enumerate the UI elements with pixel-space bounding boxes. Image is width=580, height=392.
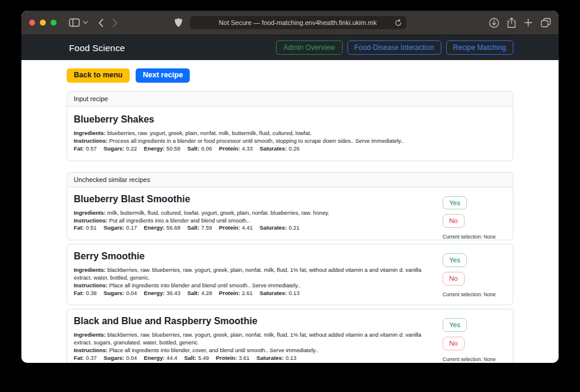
new-tab-icon[interactable] (524, 18, 532, 27)
food-disease-interaction-button[interactable]: Food-Disease Interaction (347, 40, 441, 55)
address-bar[interactable]: Not Secure — food-matching.env4health.fi… (190, 16, 406, 29)
recipe-nutrition: Fat:0.51 Sugars:0.17 Energy:56.68 Salt:7… (74, 224, 440, 232)
window-controls (29, 20, 57, 26)
navbar-buttons: Admin Overview Food-Disease Interaction … (276, 40, 513, 55)
toolbar-right-actions (485, 17, 551, 28)
browser-toolbar: Not Secure — food-matching.env4health.fi… (21, 11, 559, 35)
page-content: Back to menu Next recipe Input recipe Bl… (21, 60, 559, 363)
close-window-button[interactable] (29, 20, 35, 26)
recipe-ingredients: Ingredients: blackberries, raw. blueberr… (74, 331, 440, 347)
similar-recipe-card: Black and Blue and Raspberry Smoothie In… (67, 309, 513, 363)
yes-button[interactable]: Yes (443, 253, 467, 267)
sidebar-icon[interactable] (69, 18, 80, 27)
recipe-title: Berry Smoothie (74, 251, 440, 262)
recipe-instructions: Instructions: Place all ingredients into… (74, 347, 440, 355)
current-selection-label: Current selection: None (443, 291, 496, 297)
recipe-ingredients: Ingredients: blackberries, raw. blueberr… (74, 266, 440, 282)
forward-icon[interactable] (112, 18, 118, 27)
action-buttons-row: Back to menu Next recipe (67, 68, 513, 83)
minimize-window-button[interactable] (40, 20, 46, 26)
chevron-down-icon[interactable] (83, 21, 88, 24)
recipe-instructions: Instructions: Process all ingredients in… (74, 137, 506, 145)
recipe-ingredients: Ingredients: blueberries, raw. yogurt, g… (74, 130, 506, 137)
recipe-title: Blueberry Shakes (74, 114, 506, 125)
yes-button[interactable]: Yes (443, 196, 467, 210)
recipe-title: Black and Blue and Raspberry Smoothie (74, 316, 440, 327)
input-recipe-card: Input recipe Blueberry Shakes Ingredient… (67, 91, 513, 161)
recipe-matching-button[interactable]: Recipe Matching (446, 40, 513, 55)
no-button[interactable]: No (443, 272, 465, 286)
privacy-shield-icon[interactable] (174, 18, 183, 27)
recipe-nutrition: Fat:0.37 Sugars:0.04 Energy:44.4 Salt:5.… (74, 355, 440, 362)
recipe-nutrition: Fat:0.38 Sugars:0.04 Energy:36.43 Salt:4… (74, 290, 440, 297)
downloads-icon[interactable] (489, 18, 499, 28)
no-button[interactable]: No (443, 214, 465, 228)
yes-button[interactable]: Yes (443, 318, 467, 332)
brand-title: Food Science (69, 43, 125, 53)
input-recipe-header: Input recipe (67, 92, 513, 106)
recipe-ingredients: Ingredients: milk, buttermilk, fluid, cu… (74, 209, 440, 217)
recipe-instructions: Instructions: Put all ingredients into a… (74, 217, 440, 225)
browser-window: Not Secure — food-matching.env4health.fi… (21, 11, 559, 363)
similar-recipe-card: Berry Smoothie Ingredients: blackberries… (67, 244, 513, 305)
recipe-nutrition: Fat:0.57 Sugars:0.22 Energy:50.58 Salt:6… (74, 145, 506, 153)
current-selection-label: Current selection: None (443, 356, 496, 362)
back-icon[interactable] (98, 18, 104, 27)
admin-overview-button[interactable]: Admin Overview (276, 40, 342, 55)
zoom-window-button[interactable] (51, 20, 57, 26)
site-navbar: Food Science Admin Overview Food-Disease… (21, 35, 559, 60)
recipe-instructions: Instructions: Place all ingredients into… (74, 282, 440, 290)
url-text: Not Secure — food-matching.env4health.fi… (219, 19, 377, 26)
next-recipe-button[interactable]: Next recipe (136, 68, 190, 83)
tab-overview-icon[interactable] (541, 18, 551, 27)
back-to-menu-button[interactable]: Back to menu (67, 68, 130, 83)
similar-recipe-card: Blueberry Blast Smoothie Ingredients: mi… (67, 187, 513, 241)
share-icon[interactable] (507, 17, 516, 28)
no-button[interactable]: No (443, 337, 465, 350)
recipe-title: Blueberry Blast Smoothie (74, 194, 440, 205)
reload-icon[interactable] (394, 18, 402, 29)
similar-recipes-header: Unchecked similar recipes (67, 172, 513, 187)
current-selection-label: Current selection: None (443, 234, 496, 240)
